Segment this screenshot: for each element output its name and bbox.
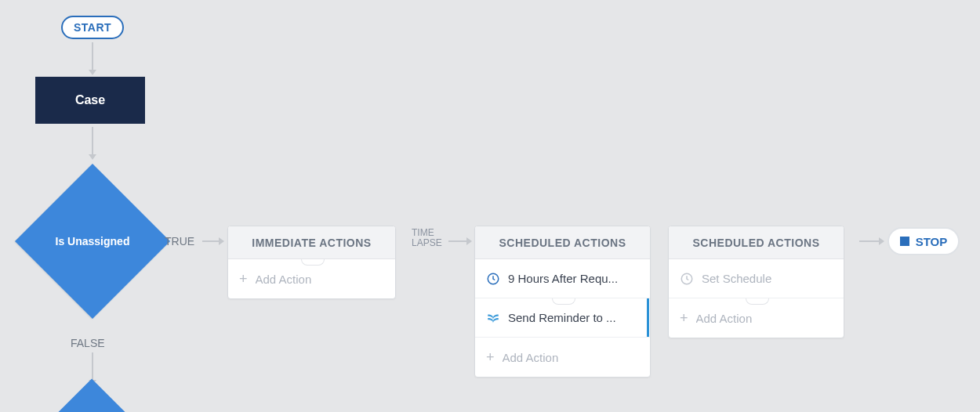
flow-action-icon: [486, 311, 500, 325]
add-action-label: Add Action: [256, 273, 384, 286]
add-action-label: Add Action: [696, 312, 833, 325]
process-canvas: { "start": { "label": "START" }, "object…: [0, 0, 980, 412]
start-node[interactable]: START: [61, 16, 124, 39]
time-lapse-label: TIME LAPSE: [412, 228, 442, 248]
plus-icon: +: [486, 349, 495, 366]
action-item-label: Send Reminder to ...: [508, 311, 639, 324]
panel-header: SCHEDULED ACTIONS: [669, 226, 844, 259]
panel-header: IMMEDIATE ACTIONS: [228, 226, 395, 259]
clock-icon: [486, 272, 500, 286]
schedule-item-label: 9 Hours After Requ...: [508, 272, 639, 285]
stop-node[interactable]: STOP: [887, 227, 960, 255]
arrow-right-icon: [202, 240, 220, 242]
arrow-right-icon: [448, 240, 467, 242]
arrow-down-icon: [92, 352, 93, 381]
plus-icon: +: [680, 310, 688, 327]
schedule-row[interactable]: 9 Hours After Requ...: [475, 259, 650, 298]
plus-icon: +: [239, 271, 248, 287]
panel-header: SCHEDULED ACTIONS: [475, 226, 650, 259]
branch-false-label: FALSE: [71, 337, 105, 349]
arrow-down-icon: [92, 42, 93, 70]
selected-indicator: [647, 298, 649, 337]
panel-title: SCHEDULED ACTIONS: [499, 237, 626, 249]
add-action-row[interactable]: + Add Action: [228, 259, 395, 298]
arrow-right-icon: [859, 240, 880, 242]
clock-icon: [680, 272, 694, 286]
scheduled-actions-panel-2: SCHEDULED ACTIONS Set Schedule + Add Act…: [668, 226, 844, 338]
add-action-row[interactable]: + Add Action: [669, 298, 844, 338]
start-label: START: [74, 21, 111, 34]
set-schedule-label: Set Schedule: [702, 272, 833, 285]
panel-title: SCHEDULED ACTIONS: [693, 237, 820, 249]
panel-title: IMMEDIATE ACTIONS: [252, 237, 371, 249]
stop-icon: [900, 237, 909, 246]
add-action-row[interactable]: + Add Action: [475, 338, 650, 377]
object-node-case[interactable]: Case: [35, 77, 145, 124]
object-node-label: Case: [75, 93, 105, 107]
add-action-label: Add Action: [503, 351, 639, 364]
decision-node[interactable]: [53, 379, 131, 412]
decision-node[interactable]: [15, 164, 170, 319]
set-schedule-row[interactable]: Set Schedule: [669, 259, 844, 298]
scheduled-actions-panel-1: SCHEDULED ACTIONS 9 Hours After Requ... …: [474, 226, 651, 378]
arrow-down-icon: [92, 127, 93, 155]
action-row[interactable]: Send Reminder to ...: [475, 298, 650, 338]
stop-label: STOP: [916, 235, 948, 248]
immediate-actions-panel: IMMEDIATE ACTIONS + Add Action: [227, 226, 396, 299]
branch-true-label: TRUE: [165, 235, 194, 248]
time-lapse-bottom: LAPSE: [412, 238, 442, 248]
